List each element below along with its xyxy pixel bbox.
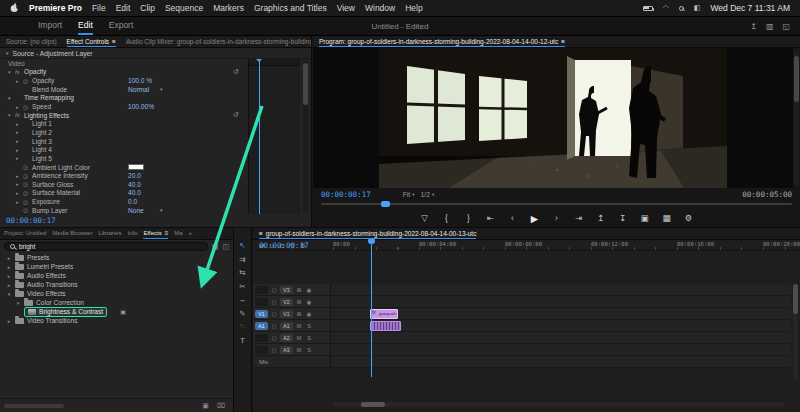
audio-effects-filter-icon[interactable]: ◫ xyxy=(222,243,229,251)
solo-track-icon[interactable]: S xyxy=(305,335,313,341)
panel-menu-icon[interactable]: ≡ xyxy=(165,230,169,236)
chevron-right-icon[interactable]: ▸ xyxy=(16,155,23,161)
go-to-in-button[interactable]: ⇤ xyxy=(485,213,497,223)
menubar-clock[interactable]: Wed Dec 7 11:31 AM xyxy=(710,3,790,13)
step-forward-button[interactable]: › xyxy=(551,213,563,223)
hand-tool[interactable]: ☞ xyxy=(239,323,246,331)
track-lane-v3[interactable] xyxy=(331,284,791,295)
insert-overwrite-toggle-icon[interactable]: ⇄ xyxy=(259,242,264,250)
effect-item-brightness-contrast[interactable]: Brightness & Contrast ▣ xyxy=(0,307,233,316)
play-button[interactable]: ▶ xyxy=(529,213,541,224)
tree-folder-video-transitions[interactable]: ▸ Video Transitions xyxy=(0,316,233,325)
chevron-right-icon[interactable]: ▸ xyxy=(16,78,23,84)
menu-view[interactable]: View xyxy=(337,3,355,13)
tab-overflow-chevron[interactable]: » xyxy=(189,228,192,239)
ec-param-opacity[interactable]: ▸ ◷ Opacity 100.0 % xyxy=(0,76,248,85)
track-chip-v2[interactable]: V2 xyxy=(280,298,293,306)
fx-badge-icon[interactable]: fx xyxy=(15,112,24,118)
ec-param-light-2[interactable]: ▸ Light 2 xyxy=(0,128,248,137)
ec-param-speed[interactable]: ▸ ◷ Speed 100.00% xyxy=(0,102,248,111)
chevron-right-icon[interactable]: ▸ xyxy=(16,147,23,153)
effect-controls-scrollbar[interactable] xyxy=(303,61,308,212)
mini-timeline-playhead[interactable] xyxy=(259,59,260,214)
program-scrollbar[interactable] xyxy=(794,50,799,186)
track-chip-v3[interactable]: V3 xyxy=(280,286,293,294)
source-patch[interactable] xyxy=(255,298,268,306)
menu-edit[interactable]: Edit xyxy=(116,3,131,13)
menu-clip[interactable]: Clip xyxy=(140,3,155,13)
selection-tool[interactable]: ↖ xyxy=(239,242,245,250)
ec-effect-opacity[interactable]: ▾ fx Opacity ↺ xyxy=(0,68,248,77)
lock-icon[interactable]: ◻ xyxy=(270,287,278,293)
timeline-settings-icon[interactable]: ⚙ xyxy=(300,242,306,250)
tab-media-browser[interactable]: Media Browser xyxy=(52,228,92,239)
param-value[interactable]: 40.0 xyxy=(128,189,141,196)
stopwatch-icon[interactable]: ◷ xyxy=(23,78,32,84)
program-video-viewport[interactable] xyxy=(313,48,793,188)
track-chip-a3[interactable]: A3 xyxy=(280,346,293,354)
ec-param-light-3[interactable]: ▸ Light 3 xyxy=(0,137,248,146)
track-lane-mix[interactable] xyxy=(331,356,791,367)
extract-button[interactable]: ↧ xyxy=(617,213,629,223)
add-marker-button[interactable]: ▽ xyxy=(419,213,431,223)
chevron-right-icon[interactable]: ▸ xyxy=(16,129,23,135)
chevron-right-icon[interactable]: ▸ xyxy=(6,282,12,288)
chevron-right-icon[interactable]: ▸ xyxy=(16,173,23,179)
accelerated-effects-filter-icon[interactable]: ▦ xyxy=(212,243,219,251)
scrubber-playhead[interactable] xyxy=(381,201,390,207)
stopwatch-icon[interactable]: ◷ xyxy=(23,181,32,187)
tab-program-monitor[interactable]: Program: group-of-soldiers-in-darkness-s… xyxy=(319,36,565,47)
step-back-button[interactable]: ‹ xyxy=(507,213,519,223)
menu-window[interactable]: Window xyxy=(365,3,395,13)
panel-menu-icon[interactable]: ≡ xyxy=(112,38,116,45)
ec-param-exposure[interactable]: ▸ ◷ Exposure 0.0 xyxy=(0,197,248,206)
settings-button[interactable]: ⚙ xyxy=(683,213,695,223)
app-menu[interactable]: Premiere Pro xyxy=(29,3,82,13)
tab-source-monitor[interactable]: Source: (no clips) xyxy=(6,36,57,47)
add-marker-icon[interactable]: ▽ xyxy=(290,242,295,250)
audio-clip[interactable] xyxy=(370,321,401,332)
delete-icon[interactable]: ⌧ xyxy=(217,402,225,410)
lift-button[interactable]: ↥ xyxy=(595,213,607,223)
spotlight-icon[interactable] xyxy=(679,6,684,11)
slip-tool[interactable]: ↔ xyxy=(239,296,247,304)
timeline-horizontal-scrollbar[interactable] xyxy=(333,402,784,407)
menu-help[interactable]: Help xyxy=(405,3,422,13)
tab-effect-controls[interactable]: Effect Controls ≡ xyxy=(67,36,116,47)
chevron-down-icon[interactable]: ▾ xyxy=(15,300,21,306)
mute-track-icon[interactable]: M xyxy=(295,335,303,341)
chevron-right-icon[interactable]: ▸ xyxy=(16,190,23,196)
quick-export-icon[interactable]: ↥ xyxy=(750,22,757,31)
mark-out-button[interactable]: } xyxy=(463,213,475,223)
menu-file[interactable]: File xyxy=(92,3,106,13)
chevron-down-icon[interactable]: ▾ xyxy=(160,207,163,213)
chevron-down-icon[interactable]: ▾ xyxy=(6,291,12,297)
panel-menu-icon[interactable]: ≡ xyxy=(259,230,263,237)
track-lane-a1[interactable] xyxy=(331,320,791,331)
param-value[interactable]: 100.0 % xyxy=(128,77,152,84)
chevron-right-icon[interactable]: ▸ xyxy=(6,273,12,279)
track-lane-a2[interactable] xyxy=(331,332,791,343)
track-chip-a2[interactable]: A2 xyxy=(280,334,293,342)
tab-edit[interactable]: Edit xyxy=(78,17,93,35)
blend-mode-select[interactable]: Normal xyxy=(128,86,149,93)
ec-param-surface-material[interactable]: ▸ ◷ Surface Material 40.0 xyxy=(0,189,248,198)
export-frame-button[interactable]: ▣ xyxy=(639,213,651,223)
solo-track-icon[interactable]: S xyxy=(305,347,313,353)
reset-effect-icon[interactable]: ↺ xyxy=(233,68,239,76)
scrollbar-handle[interactable] xyxy=(793,284,798,314)
apple-menu-icon[interactable] xyxy=(10,3,19,13)
color-swatch[interactable] xyxy=(128,164,144,170)
track-lane-v2[interactable] xyxy=(331,296,791,307)
menu-sequence[interactable]: Sequence xyxy=(165,3,203,13)
stopwatch-icon[interactable]: ◷ xyxy=(23,164,32,170)
razor-tool[interactable]: ✂ xyxy=(239,283,245,291)
chevron-right-icon[interactable]: ▸ xyxy=(6,264,12,270)
menu-graphics-and-titles[interactable]: Graphics and Titles xyxy=(254,3,327,13)
ec-param-light-4[interactable]: ▸ Light 4 xyxy=(0,145,248,154)
track-select-tool[interactable]: ⇉ xyxy=(239,256,245,264)
param-value[interactable]: 20.0 xyxy=(128,172,141,179)
chevron-right-icon[interactable]: ▸ xyxy=(16,121,23,127)
timeline-ruler[interactable]: 00:00 00:00:04:00 00:00:08:00 00:00:12:0… xyxy=(331,240,800,250)
source-patch-a1[interactable]: A1 xyxy=(255,322,268,330)
